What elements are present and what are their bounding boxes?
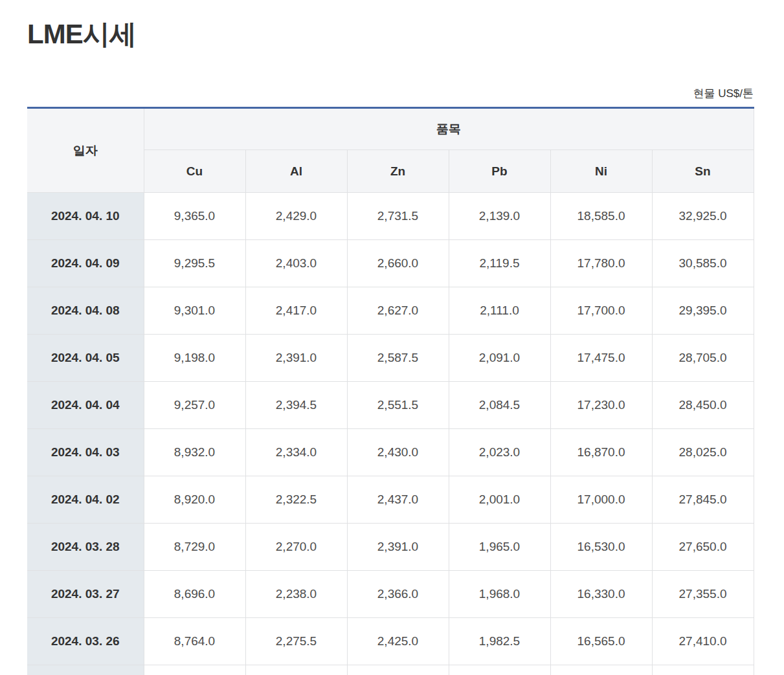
price-cell: 16,330.0 [550,571,652,618]
table-row: 2024. 04. 059,198.02,391.02,587.52,091.0… [27,335,754,382]
price-cell: 2,119.5 [449,240,550,287]
price-cell: 16,530.0 [550,524,652,571]
price-cell: 8,729.0 [144,524,245,571]
price-cell: 8,696.0 [144,571,245,618]
price-cell: 9,295.5 [144,240,245,287]
price-cell: 1,965.0 [449,524,550,571]
price-cell: 27,845.0 [652,476,754,524]
table-row: 2024. 04. 049,257.02,394.52,551.52,084.5… [27,382,754,429]
price-cell: 2,425.0 [347,618,449,665]
table-row: 2024. 04. 099,295.52,403.02,660.02,119.5… [27,240,754,287]
price-cell: 28,705.0 [652,335,754,382]
price-cell: 2,551.5 [347,382,449,429]
price-cell: 2,084.5 [449,382,550,429]
price-cell: 2,366.0 [347,571,449,618]
price-cell: 2,091.0 [449,335,550,382]
price-cell: 2,731.5 [347,193,449,240]
column-header-metal: Ni [550,150,652,193]
price-cell: 17,475.0 [550,335,652,382]
price-cell: 2,270.0 [245,524,347,571]
price-cell: 8,920.0 [144,476,245,524]
price-cell: 2,023.0 [449,429,550,476]
price-cell: 2,437.0 [347,476,449,524]
price-cell: 29,395.0 [652,287,754,335]
column-header-metal: Cu [144,150,245,193]
table-row: 2024. 04. 038,932.02,334.02,430.02,023.0… [27,429,754,476]
price-cell: 17,230.0 [550,382,652,429]
price-cell: 27,650.0 [652,524,754,571]
price-cell: 2,587.5 [347,335,449,382]
price-cell: 17,700.0 [550,287,652,335]
table-row-partial [27,665,754,675]
price-cell [347,665,449,675]
table-row: 2024. 03. 288,729.02,270.02,391.01,965.0… [27,524,754,571]
price-cell: 2,139.0 [449,193,550,240]
price-cell: 1,968.0 [449,571,550,618]
price-cell: 2,275.5 [245,618,347,665]
column-header-date: 일자 [27,108,144,193]
column-header-item-group: 품목 [144,108,754,150]
date-cell: 2024. 03. 27 [27,571,144,618]
date-cell: 2024. 04. 09 [27,240,144,287]
price-cell: 9,365.0 [144,193,245,240]
price-cell [449,665,550,675]
price-cell [144,665,245,675]
table-row: 2024. 04. 028,920.02,322.52,437.02,001.0… [27,476,754,524]
price-cell: 2,001.0 [449,476,550,524]
price-cell: 2,429.0 [245,193,347,240]
price-cell: 16,870.0 [550,429,652,476]
date-cell: 2024. 04. 08 [27,287,144,335]
price-cell: 2,403.0 [245,240,347,287]
price-cell: 2,111.0 [449,287,550,335]
price-cell: 2,238.0 [245,571,347,618]
price-cell: 27,355.0 [652,571,754,618]
lme-price-table: 일자 품목 CuAlZnPbNiSn 2024. 04. 109,365.02,… [27,107,754,675]
column-header-metal: Sn [652,150,754,193]
price-cell: 28,450.0 [652,382,754,429]
price-cell: 2,391.0 [347,524,449,571]
date-cell: 2024. 04. 03 [27,429,144,476]
price-cell: 2,660.0 [347,240,449,287]
date-cell: 2024. 03. 26 [27,618,144,665]
header-group-row: 일자 품목 [27,108,754,150]
price-cell: 2,391.0 [245,335,347,382]
date-cell: 2024. 04. 02 [27,476,144,524]
column-header-metal: Pb [449,150,550,193]
table-row: 2024. 04. 089,301.02,417.02,627.02,111.0… [27,287,754,335]
page-title: LME시세 [27,18,754,50]
price-cell: 2,334.0 [245,429,347,476]
price-cell [245,665,347,675]
price-cell: 9,301.0 [144,287,245,335]
price-cell: 8,764.0 [144,618,245,665]
price-cell: 16,565.0 [550,618,652,665]
price-cell: 2,322.5 [245,476,347,524]
price-cell [550,665,652,675]
column-header-metal: Al [245,150,347,193]
price-cell: 9,198.0 [144,335,245,382]
price-cell: 2,417.0 [245,287,347,335]
price-cell: 8,932.0 [144,429,245,476]
table-header: 일자 품목 CuAlZnPbNiSn [27,108,754,193]
price-cell: 2,394.5 [245,382,347,429]
price-cell: 28,025.0 [652,429,754,476]
price-cell [652,665,754,675]
date-cell [27,665,144,675]
price-cell: 18,585.0 [550,193,652,240]
price-cell: 32,925.0 [652,193,754,240]
price-cell: 30,585.0 [652,240,754,287]
column-header-metal: Zn [347,150,449,193]
unit-label: 현물 US$/톤 [27,87,754,101]
page: LME시세 현물 US$/톤 일자 품목 CuAlZnPbNiSn 2024. … [0,0,784,675]
date-cell: 2024. 04. 10 [27,193,144,240]
table-row: 2024. 04. 109,365.02,429.02,731.52,139.0… [27,193,754,240]
price-cell: 17,780.0 [550,240,652,287]
date-cell: 2024. 03. 28 [27,524,144,571]
date-cell: 2024. 04. 05 [27,335,144,382]
price-cell: 1,982.5 [449,618,550,665]
price-cell: 17,000.0 [550,476,652,524]
date-cell: 2024. 04. 04 [27,382,144,429]
table-row: 2024. 03. 278,696.02,238.02,366.01,968.0… [27,571,754,618]
price-cell: 27,410.0 [652,618,754,665]
table-body: 2024. 04. 109,365.02,429.02,731.52,139.0… [27,193,754,675]
price-cell: 2,430.0 [347,429,449,476]
